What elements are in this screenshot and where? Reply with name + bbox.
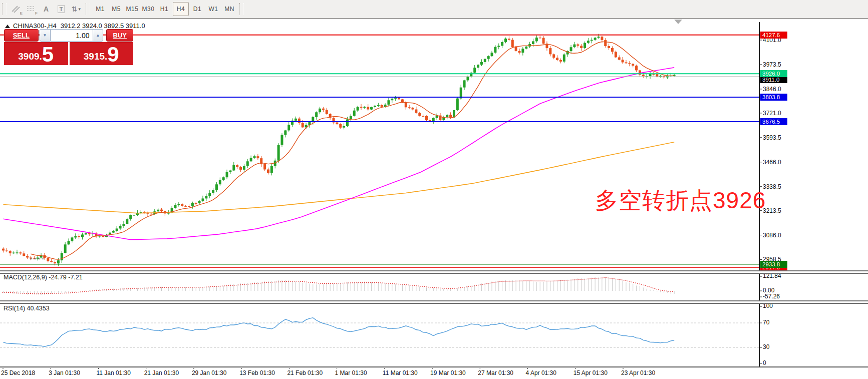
candle-body [319, 109, 321, 112]
candle-body [525, 47, 527, 49]
bid-price[interactable]: 3909.5 [4, 42, 68, 65]
toolbar-grip[interactable] [86, 3, 90, 15]
candle-body [515, 47, 517, 51]
volume-increase-button[interactable]: ▲ [93, 29, 104, 42]
candle-body [487, 56, 490, 59]
candle-body [267, 169, 269, 173]
macd-label: MACD(12,26,9) -24.79 -7.21 [4, 274, 83, 281]
panel-divider[interactable] [0, 270, 868, 274]
candle-body [608, 46, 610, 48]
candle-body [26, 256, 29, 257]
symbol-period-label: CHINA300-,H4 [13, 22, 57, 30]
candle-body [484, 59, 486, 62]
chart-shift-marker-icon [674, 20, 682, 24]
candle-body [422, 116, 424, 117]
candle-body [195, 203, 197, 204]
arrows-glyph: ⇅ [72, 5, 78, 13]
candle-body [456, 99, 459, 110]
tool-sub-label: F [35, 11, 38, 16]
collapse-panel-icon[interactable] [5, 25, 10, 28]
chevron-down-icon: ▾ [79, 7, 81, 12]
candle-body [418, 113, 421, 116]
candle-body [184, 206, 187, 207]
candle-body [559, 60, 562, 62]
candle-body [432, 118, 435, 122]
candle-body [133, 215, 135, 216]
fibonacci-retracement-icon[interactable]: F [24, 3, 38, 16]
sell-label: SELL [13, 32, 30, 39]
candle-body [504, 39, 507, 42]
timeframe-w1[interactable]: W1 [206, 3, 221, 16]
candle-body [573, 45, 575, 48]
timeframe-h1[interactable]: H1 [157, 3, 172, 16]
candle-body [188, 206, 190, 207]
candle-body [30, 257, 32, 258]
candle-body [587, 41, 590, 43]
candle-body [322, 109, 325, 110]
candle-body [246, 161, 249, 166]
timeframe-m1[interactable]: M1 [93, 3, 108, 16]
candle-body [37, 257, 39, 258]
candle-body [119, 226, 122, 228]
text-label-icon[interactable]: A [39, 3, 53, 16]
candle-body [191, 203, 194, 206]
candle-body [126, 219, 128, 224]
timeframe-h4[interactable]: H4 [173, 2, 189, 16]
candle-body [226, 172, 228, 177]
candle-body [315, 112, 318, 117]
trading-terminal: E F A T ⇅ ▾ M1 M5 M15 M30 H1 H4 D1 W1 [0, 0, 868, 379]
timeframe-m30[interactable]: M30 [141, 3, 156, 16]
equidistant-channel-glyph [12, 5, 21, 13]
ask-price-main: 3915. [84, 49, 108, 64]
candle-body [208, 193, 211, 196]
chevron-up-icon: ▲ [96, 33, 100, 38]
candle-body [415, 110, 417, 113]
candle-body [398, 98, 400, 99]
candle-body [408, 107, 411, 108]
candle-body [215, 184, 218, 190]
buy-label: BUY [113, 32, 127, 39]
timeframe-m15[interactable]: M15 [125, 3, 140, 16]
candle-body [501, 42, 503, 46]
timeframe-d1[interactable]: D1 [190, 3, 205, 16]
candle-body [205, 196, 207, 198]
candle-body [232, 165, 235, 170]
sell-button[interactable]: SELL [4, 29, 39, 42]
buy-button[interactable]: BUY [106, 29, 133, 42]
candle-body [532, 41, 534, 44]
candle-body [346, 119, 349, 126]
candle-body [367, 107, 369, 109]
candle-body [174, 205, 177, 208]
candle-body [521, 49, 524, 53]
candle-body [360, 107, 362, 108]
candle-body [446, 115, 448, 117]
ma-fast-line [31, 42, 675, 259]
volume-decrease-button[interactable]: ▼ [40, 29, 51, 42]
candle-body [353, 111, 356, 116]
panel-divider[interactable] [0, 300, 868, 304]
candle-body [497, 46, 500, 47]
arrow-styles-icon[interactable]: ⇅ ▾ [69, 3, 83, 16]
text-box-icon[interactable]: T [54, 3, 68, 16]
toolbar-grip[interactable] [2, 3, 7, 15]
candle-body [263, 164, 266, 169]
timeframe-m5[interactable]: M5 [109, 3, 124, 16]
candle-body [625, 63, 627, 64]
candle-body [23, 253, 25, 256]
candle-body [470, 73, 472, 77]
timeframe-mn[interactable]: MN [222, 3, 237, 16]
candle-body [116, 228, 118, 231]
candle-body [47, 258, 49, 261]
candle-body [2, 249, 5, 251]
candle-body [64, 244, 67, 253]
candle-body [50, 261, 53, 262]
toolbar-grip[interactable] [239, 3, 244, 15]
volume-input[interactable] [51, 29, 93, 42]
candle-body [74, 236, 77, 238]
candle-body [412, 108, 414, 109]
ma-slow-line [4, 142, 675, 213]
candle-body [542, 38, 545, 44]
ask-price[interactable]: 3915.9 [70, 42, 134, 65]
equidistant-channel-icon[interactable]: E [9, 3, 23, 16]
candle-body [157, 210, 159, 212]
